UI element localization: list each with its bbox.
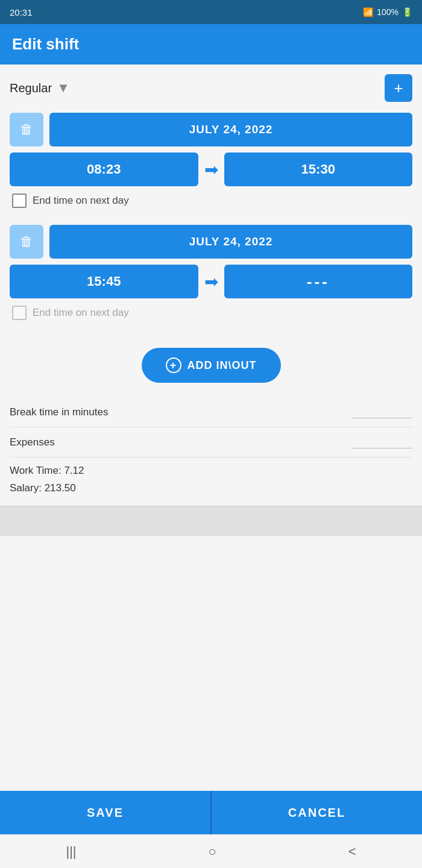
- date-1-button[interactable]: JULY 24, 2022: [49, 113, 412, 146]
- date-row-1: 🗑 JULY 24, 2022: [10, 113, 412, 146]
- end-time-2-button[interactable]: ---: [224, 265, 413, 298]
- end-next-day-checkbox-1[interactable]: [12, 193, 27, 208]
- arrow-right-icon: ➡: [204, 160, 218, 180]
- date-2-button[interactable]: JULY 24, 2022: [49, 225, 412, 259]
- expenses-input[interactable]: [352, 436, 412, 448]
- work-info-row: Work Time: 7.12 Salary: 213.50: [10, 458, 412, 500]
- delete-shift-2-button[interactable]: 🗑: [10, 225, 43, 259]
- page-title: Edit shift: [12, 35, 410, 54]
- shift-block-1: 🗑 JULY 24, 2022 08:23 ➡ 15:30 End time o…: [10, 113, 412, 213]
- end-next-day-label-2: End time on next day: [33, 307, 129, 319]
- wifi-icon: 📶: [363, 7, 373, 17]
- chevron-down-icon: ▼: [57, 80, 70, 96]
- salary-value: 213.50: [45, 482, 76, 494]
- break-time-label: Break time in minutes: [10, 406, 108, 418]
- date-1-label: JULY 24, 2022: [189, 123, 273, 136]
- salary-text: Salary: 213.50: [10, 480, 412, 497]
- start-time-2-button[interactable]: 15:45: [10, 265, 198, 298]
- start-time-1-label: 08:23: [87, 162, 121, 177]
- nav-bar: ||| ○ <: [0, 834, 422, 868]
- battery-icon: 🔋: [402, 7, 412, 17]
- work-time-value: 7.12: [64, 465, 84, 476]
- header: Edit shift: [0, 24, 422, 64]
- save-button[interactable]: SAVE: [0, 791, 210, 834]
- shift-type-row: Regular ▼ +: [10, 74, 412, 102]
- trash-icon-2: 🗑: [20, 234, 33, 250]
- add-inout-button[interactable]: + ADD IN\OUT: [142, 348, 281, 383]
- expenses-row: Expenses: [10, 427, 412, 458]
- battery-text: 100%: [377, 7, 398, 17]
- add-shift-button[interactable]: +: [385, 74, 412, 102]
- salary-label: Salary:: [10, 482, 42, 494]
- cancel-button[interactable]: CANCEL: [210, 791, 422, 834]
- delete-shift-1-button[interactable]: 🗑: [10, 113, 43, 146]
- status-right: 📶 100% 🔋: [363, 7, 412, 17]
- end-next-day-row-1: End time on next day: [10, 193, 412, 208]
- start-time-2-label: 15:45: [87, 274, 121, 289]
- nav-menu-icon[interactable]: |||: [66, 844, 76, 860]
- time-row-1: 08:23 ➡ 15:30: [10, 153, 412, 186]
- status-bar: 20:31 📶 100% 🔋: [0, 0, 422, 24]
- add-inout-row: + ADD IN\OUT: [10, 348, 412, 383]
- end-next-day-row-2: End time on next day: [10, 306, 412, 320]
- date-row-2: 🗑 JULY 24, 2022: [10, 225, 412, 259]
- end-time-2-label: ---: [307, 272, 330, 291]
- expenses-label: Expenses: [10, 436, 55, 448]
- date-2-label: JULY 24, 2022: [189, 235, 273, 248]
- work-time-text: Work Time: 7.12: [10, 462, 412, 480]
- bottom-buttons: SAVE CANCEL: [0, 791, 422, 834]
- nav-home-icon[interactable]: ○: [208, 844, 216, 860]
- end-next-day-label-1: End time on next day: [33, 195, 129, 207]
- main-content: Regular ▼ + 🗑 JULY 24, 2022 08:23 ➡ 15:3…: [0, 64, 422, 791]
- nav-back-icon[interactable]: <: [348, 844, 356, 860]
- arrow-right-icon-2: ➡: [204, 272, 218, 292]
- add-inout-label: ADD IN\OUT: [187, 359, 257, 372]
- break-time-input[interactable]: [352, 406, 412, 418]
- start-time-1-button[interactable]: 08:23: [10, 153, 198, 186]
- break-time-row: Break time in minutes: [10, 397, 412, 427]
- work-time-label: Work Time:: [10, 465, 61, 476]
- status-time: 20:31: [10, 7, 33, 17]
- shift-block-2: 🗑 JULY 24, 2022 15:45 ➡ --- End time on …: [10, 225, 412, 325]
- end-time-1-button[interactable]: 15:30: [224, 153, 413, 186]
- gray-section: [0, 506, 422, 536]
- shift-type-select[interactable]: Regular ▼: [10, 80, 385, 96]
- time-row-2: 15:45 ➡ ---: [10, 265, 412, 298]
- shift-type-label: Regular: [10, 81, 52, 95]
- end-next-day-checkbox-2[interactable]: [12, 306, 27, 320]
- end-time-1-label: 15:30: [301, 162, 335, 177]
- trash-icon: 🗑: [20, 122, 33, 137]
- plus-circle-icon: +: [166, 357, 181, 373]
